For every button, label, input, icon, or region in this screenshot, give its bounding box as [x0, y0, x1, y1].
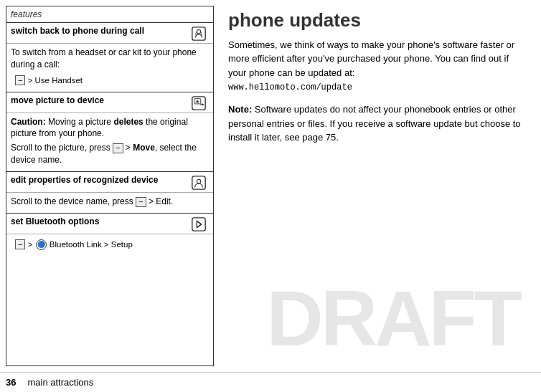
updates-body: Sometimes, we think of ways to make your… [228, 38, 527, 145]
updates-title: phone updates [228, 10, 527, 31]
caution-text: Moving a picture [48, 117, 113, 127]
caution-deletes: deletes [113, 117, 143, 127]
edit-properties-icon [189, 175, 209, 191]
feature-title-move-picture: move picture to device [11, 95, 189, 105]
menu-key-bt: − [15, 239, 25, 249]
move-picture-scroll-prefix: Scroll to the picture, press [11, 143, 113, 153]
feature-row-switch-back: switch back to phone during call To swit… [6, 23, 213, 92]
updates-section: phone updates Sometimes, we think of way… [214, 0, 541, 372]
footer-text: main attractions [27, 377, 93, 388]
feature-row-edit-properties: edit properties of recognized device Scr… [6, 172, 213, 214]
menu-key-edit: − [136, 197, 146, 207]
caution-label: Caution: [11, 117, 46, 127]
feature-title-row-switch-back: switch back to phone during call [6, 23, 213, 44]
move-picture-caution: Caution: Moving a picture deletes the or… [11, 116, 209, 140]
switch-back-indent-text: > Use Handset [28, 76, 83, 85]
edit-suffix: > Edit. [149, 196, 173, 206]
switch-back-indent: − > Use Handset [11, 73, 209, 89]
feature-body-switch-back: To switch from a headset or car kit to y… [6, 44, 213, 92]
feature-body-move-picture: Caution: Moving a picture deletes the or… [6, 113, 213, 171]
feature-title-row-edit-properties: edit properties of recognized device [6, 172, 213, 193]
updates-para1-text: Sometimes, we think of ways to make your… [228, 39, 514, 78]
edit-properties-description: Scroll to the device name, press − > Edi… [11, 196, 209, 208]
feature-title-row-set-bluetooth: set Bluetooth options [6, 214, 213, 234]
switch-back-description: To switch from a headset or car kit to y… [11, 47, 209, 71]
feature-body-edit-properties: Scroll to the device name, press − > Edi… [6, 193, 213, 213]
updates-note-label: Note: [228, 104, 252, 115]
page-footer: 36 main attractions [0, 372, 541, 392]
headset-icon [189, 26, 209, 42]
features-header-label: features [11, 9, 42, 19]
bluetooth-indent: − > 🔵 Bluetooth Link > Setup [11, 237, 209, 253]
updates-paragraph2: Note: Software updates do not affect you… [228, 102, 527, 145]
bluetooth-icon [189, 216, 209, 232]
bt-symbol: 🔵 [36, 239, 47, 250]
feature-body-set-bluetooth: − > 🔵 Bluetooth Link > Setup [6, 234, 213, 256]
bt-arrow: > [28, 240, 35, 249]
move-picture-icon [189, 95, 209, 111]
menu-key-move: − [113, 143, 123, 153]
updates-note-text: Software updates do not affect your phon… [228, 104, 521, 143]
svg-rect-9 [192, 218, 205, 231]
page-layout: features switch back to phone during cal… [0, 0, 541, 392]
feature-title-set-bluetooth: set Bluetooth options [11, 216, 189, 226]
main-content: features switch back to phone during cal… [0, 0, 541, 372]
page-number: 36 [6, 377, 16, 388]
feature-row-set-bluetooth: set Bluetooth options − > 🔵 [6, 214, 213, 256]
feature-title-row-move-picture: move picture to device [6, 92, 213, 113]
features-header: features [6, 6, 213, 23]
feature-title-switch-back: switch back to phone during call [11, 26, 189, 36]
features-section: features switch back to phone during cal… [6, 6, 214, 366]
updates-paragraph1: Sometimes, we think of ways to make your… [228, 38, 527, 95]
feature-title-edit-properties: edit properties of recognized device [11, 175, 189, 185]
feature-row-move-picture: move picture to device Caution: [6, 92, 213, 172]
updates-url: www.hellomoto.com/update [228, 82, 352, 92]
menu-key-icon: − [15, 75, 25, 85]
svg-rect-7 [192, 176, 205, 189]
bt-label: Bluetooth Link > Setup [50, 240, 133, 249]
move-picture-scroll: Scroll to the picture, press − > Move, s… [11, 142, 209, 166]
edit-scroll-text: Scroll to the device name, press [11, 196, 136, 206]
